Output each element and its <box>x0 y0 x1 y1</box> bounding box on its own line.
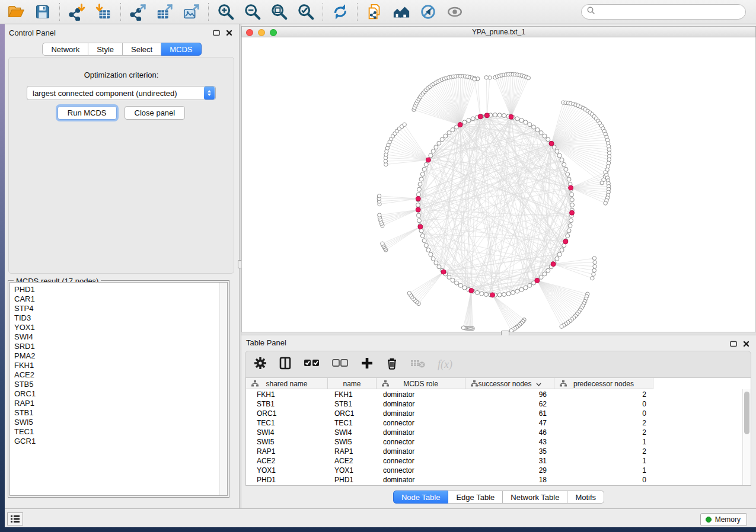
network-node[interactable] <box>434 261 438 265</box>
network-node[interactable] <box>497 293 502 297</box>
network-node[interactable] <box>566 172 570 177</box>
clone-network-button[interactable] <box>361 1 388 23</box>
export-network-button[interactable] <box>125 1 151 23</box>
network-node[interactable] <box>515 289 519 293</box>
zoom-fit-button[interactable] <box>266 1 292 23</box>
network-node[interactable] <box>591 277 594 280</box>
network-node[interactable] <box>467 118 471 123</box>
network-overview-button[interactable] <box>388 1 414 23</box>
network-node[interactable] <box>543 272 547 276</box>
minimize-window-icon[interactable] <box>258 29 265 36</box>
mcds-result-item[interactable]: SWI4 <box>14 332 227 342</box>
delete-column-button[interactable] <box>385 357 398 372</box>
table-row[interactable]: PHD1PHD1dominator180 <box>246 475 743 485</box>
table-row[interactable]: ORC1ORC1dominator610 <box>246 409 743 418</box>
network-node[interactable] <box>434 145 438 149</box>
network-node[interactable] <box>407 291 411 295</box>
mcds-result-item[interactable]: RAP1 <box>14 399 227 408</box>
network-node[interactable] <box>473 77 476 81</box>
network-node[interactable] <box>431 257 435 261</box>
network-node[interactable] <box>417 219 422 223</box>
network-node[interactable] <box>444 134 448 138</box>
close-panel-button[interactable]: Close panel <box>125 106 186 120</box>
float-panel-icon[interactable] <box>212 29 220 36</box>
mcds-result-item[interactable]: STP4 <box>14 304 227 313</box>
network-node[interactable] <box>417 187 422 191</box>
mcds-hub-node[interactable] <box>426 158 430 162</box>
column-header-predecessor-nodes[interactable]: predecessor nodes <box>554 378 653 389</box>
mcds-hub-node[interactable] <box>416 207 420 212</box>
mcds-result-item[interactable]: FKH1 <box>14 361 227 370</box>
network-node[interactable] <box>546 137 550 142</box>
network-node[interactable] <box>570 198 574 202</box>
network-node[interactable] <box>528 123 532 127</box>
mcds-hub-node[interactable] <box>490 293 495 297</box>
column-header-shared-name[interactable]: shared name <box>246 378 328 389</box>
mcds-hub-node[interactable] <box>416 196 420 201</box>
network-node[interactable] <box>502 114 506 118</box>
refresh-button[interactable] <box>327 1 353 23</box>
maximize-window-icon[interactable] <box>270 29 277 36</box>
network-node[interactable] <box>593 261 596 264</box>
mcds-result-item[interactable]: TEC1 <box>14 427 227 437</box>
mcds-result-item[interactable]: STB5 <box>14 380 227 389</box>
mcds-result-scrollbar[interactable] <box>219 283 227 495</box>
network-node[interactable] <box>424 162 428 166</box>
network-node[interactable] <box>458 283 462 287</box>
search-field[interactable] <box>581 4 746 20</box>
network-node[interactable] <box>539 131 543 135</box>
table-row[interactable]: FKH1FKH1dominator962 <box>246 390 743 399</box>
column-header-name[interactable]: name <box>328 378 377 389</box>
table-scrollbar[interactable] <box>742 389 751 485</box>
network-node[interactable] <box>424 243 428 248</box>
add-column-button[interactable] <box>361 357 374 372</box>
column-header-successor-nodes[interactable]: successor nodes <box>465 378 554 389</box>
save-session-button[interactable] <box>29 1 56 23</box>
mcds-hub-node[interactable] <box>484 113 489 118</box>
settings-gear-button[interactable] <box>254 357 267 372</box>
zoom-out-button[interactable] <box>239 1 266 23</box>
network-node[interactable] <box>570 203 575 207</box>
export-image-button[interactable] <box>178 1 205 23</box>
network-node[interactable] <box>528 283 532 287</box>
close-window-icon[interactable] <box>246 29 253 36</box>
network-node[interactable] <box>377 194 381 198</box>
tab-network[interactable]: Network <box>42 43 88 56</box>
select-all-checkboxes-button[interactable] <box>304 357 320 372</box>
tab-edge-table[interactable]: Edge Table <box>448 491 503 504</box>
network-node[interactable] <box>546 268 550 273</box>
zoom-selected-button[interactable] <box>292 1 319 23</box>
network-node[interactable] <box>570 193 574 197</box>
network-node[interactable] <box>543 134 547 138</box>
tab-mcds[interactable]: MCDS <box>161 43 201 56</box>
optimization-criterion-dropdown[interactable]: largest connected component (undirected) <box>27 86 216 100</box>
network-node[interactable] <box>422 167 426 171</box>
network-node[interactable] <box>515 117 519 121</box>
tab-motifs[interactable]: Motifs <box>567 491 604 504</box>
mcds-result-item[interactable]: PHD1 <box>14 285 227 294</box>
network-node[interactable] <box>532 125 536 129</box>
mcds-hub-node[interactable] <box>458 123 462 127</box>
network-node[interactable] <box>422 239 426 243</box>
network-node[interactable] <box>429 252 433 257</box>
export-table-button[interactable] <box>151 1 178 23</box>
network-node[interactable] <box>566 234 570 238</box>
network-node[interactable] <box>455 281 459 285</box>
network-node[interactable] <box>560 248 564 252</box>
network-node[interactable] <box>555 257 559 261</box>
mcds-hub-node[interactable] <box>569 185 573 190</box>
zoom-in-button[interactable] <box>212 1 239 23</box>
network-node[interactable] <box>437 265 441 269</box>
network-node[interactable] <box>557 153 562 158</box>
mcds-hub-node[interactable] <box>418 225 423 229</box>
tab-select[interactable]: Select <box>123 43 161 56</box>
close-panel-icon[interactable] <box>742 340 750 347</box>
open-file-button[interactable] <box>2 1 29 23</box>
mcds-result-item[interactable]: ORC1 <box>14 389 227 399</box>
mcds-result-item[interactable]: GCR1 <box>14 437 227 446</box>
network-node[interactable] <box>535 128 540 132</box>
network-node[interactable] <box>562 162 566 166</box>
network-node[interactable] <box>418 182 422 186</box>
network-node[interactable] <box>381 242 384 245</box>
table-row[interactable]: RAP1RAP1dominator352 <box>246 447 743 456</box>
